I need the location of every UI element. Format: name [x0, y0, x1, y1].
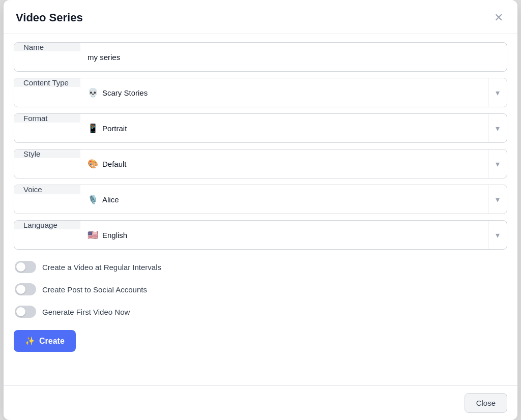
modal-footer: Close [4, 385, 517, 420]
name-row: Name [14, 42, 507, 72]
chevron-down-icon: ▾ [496, 88, 500, 98]
voice-value: 🎙️ Alice [80, 194, 488, 205]
chevron-down-icon: ▾ [496, 195, 500, 204]
chevron-down-icon: ▾ [496, 230, 500, 240]
voice-label: Voice [14, 185, 80, 194]
name-value-area [80, 53, 507, 62]
language-text: English [102, 231, 127, 239]
content-type-row[interactable]: Content Type 💀 Scary Stories ▾ [14, 78, 507, 107]
modal-close-button[interactable]: ✕ [492, 10, 505, 25]
modal-title: Video Series [16, 11, 83, 24]
toggle-regular-intervals-row: Create a Video at Regular Intervals [14, 256, 507, 278]
format-icon: 📱 [88, 123, 98, 134]
language-value: 🇺🇸 English [80, 230, 488, 241]
footer-close-button[interactable]: Close [465, 393, 507, 413]
language-label: Language [14, 221, 80, 229]
create-button-icon: ✨ [25, 336, 35, 346]
voice-chevron[interactable]: ▾ [488, 185, 507, 214]
toggle-social-accounts-label: Create Post to Social Accounts [42, 285, 147, 294]
chevron-down-icon: ▾ [496, 124, 500, 133]
format-row[interactable]: Format 📱 Portrait ▾ [14, 113, 507, 143]
style-label: Style [14, 149, 80, 158]
create-button[interactable]: ✨ Create [14, 330, 76, 352]
style-row[interactable]: Style 🎨 Default ▾ [14, 149, 507, 178]
voice-text: Alice [102, 195, 119, 204]
toggle-generate-first-row: Generate First Video Now [14, 301, 507, 323]
toggle-social-accounts[interactable] [15, 283, 36, 295]
modal-body: Name Content Type 💀 Scary Stories ▾ Form… [4, 34, 517, 385]
style-text: Default [102, 160, 127, 168]
content-type-value: 💀 Scary Stories [80, 87, 488, 98]
voice-icon: 🎙️ [88, 194, 98, 205]
language-chevron[interactable]: ▾ [488, 221, 507, 249]
language-row[interactable]: Language 🇺🇸 English ▾ [14, 220, 507, 250]
name-label: Name [14, 43, 80, 51]
toggle-social-accounts-row: Create Post to Social Accounts [14, 278, 507, 301]
format-label: Format [14, 114, 80, 123]
modal-header: Video Series ✕ [4, 0, 517, 34]
format-text: Portrait [102, 124, 127, 133]
content-type-text: Scary Stories [102, 88, 148, 97]
content-type-icon: 💀 [88, 87, 98, 98]
content-type-chevron[interactable]: ▾ [488, 78, 507, 107]
style-icon: 🎨 [88, 159, 98, 169]
create-button-label: Create [39, 337, 65, 346]
toggle-regular-intervals[interactable] [15, 261, 36, 273]
style-value: 🎨 Default [80, 159, 488, 169]
video-series-modal: Video Series ✕ Name Content Type 💀 Scary… [4, 0, 517, 420]
chevron-down-icon: ▾ [496, 159, 500, 169]
format-value: 📱 Portrait [80, 123, 488, 134]
toggle-generate-first[interactable] [15, 306, 36, 318]
toggle-regular-intervals-label: Create a Video at Regular Intervals [42, 263, 161, 272]
format-chevron[interactable]: ▾ [488, 114, 507, 142]
name-input[interactable] [88, 53, 500, 62]
language-icon: 🇺🇸 [88, 230, 98, 241]
toggle-generate-first-label: Generate First Video Now [42, 308, 130, 316]
voice-row[interactable]: Voice 🎙️ Alice ▾ [14, 185, 507, 214]
style-chevron[interactable]: ▾ [488, 149, 507, 178]
content-type-label: Content Type [14, 78, 80, 87]
